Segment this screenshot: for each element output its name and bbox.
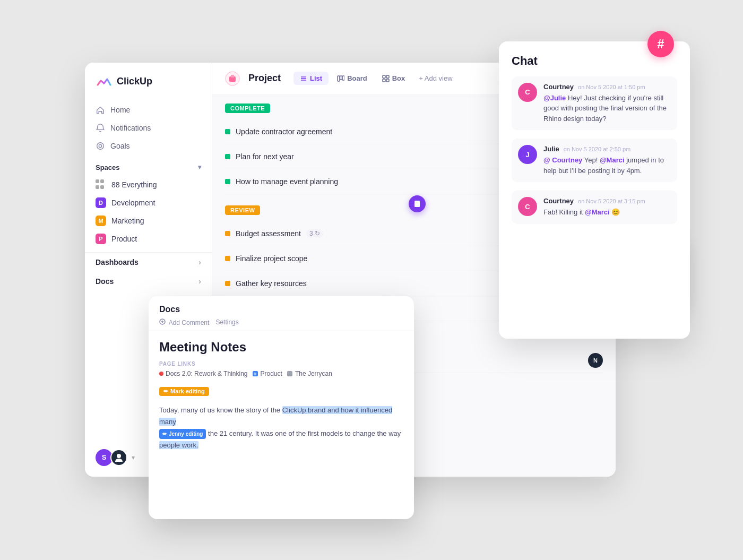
settings-link[interactable]: Settings xyxy=(215,318,238,326)
chat-mention-marci2: @Marci xyxy=(585,208,610,216)
docs-title-bar: Docs xyxy=(159,305,403,314)
task-status-dot xyxy=(225,281,230,286)
svg-text:D: D xyxy=(254,372,256,376)
badge-review: REVIEW xyxy=(225,205,260,215)
chat-mention-marci: @Marci xyxy=(600,156,625,164)
chat-hash-button[interactable]: # xyxy=(647,31,674,57)
add-comment-label: Add Comment xyxy=(169,319,210,326)
settings-label: Settings xyxy=(215,318,238,326)
task-left: Plan for next year xyxy=(225,152,294,161)
add-view-button[interactable]: + Add view xyxy=(413,72,457,85)
add-view-label: + Add view xyxy=(419,74,452,82)
svg-rect-11 xyxy=(342,76,344,80)
chat-window: # Chat C Courtney on Nov 5 2020 at 1:50 … xyxy=(499,41,690,339)
sidebar-item-goals[interactable]: Goals xyxy=(85,137,212,155)
chat-timestamp-2: on Nov 5 2020 at 2:50 pm xyxy=(564,146,631,152)
sidebar-item-development[interactable]: D Development xyxy=(85,194,212,212)
docs-text-2: the 21 century. It was one of the first … xyxy=(208,429,401,437)
chat-emoji: 😊 xyxy=(611,208,620,216)
page-link-docs[interactable]: Docs 2.0: Rework & Thinking xyxy=(159,370,248,377)
everything-icon xyxy=(96,179,106,190)
chat-message-2: J Julie on Nov 5 2020 at 2:50 pm @ Court… xyxy=(512,139,677,182)
logo-area: ClickUp xyxy=(85,73,212,101)
task-assignee-avatar: N xyxy=(588,353,603,368)
tab-list[interactable]: List xyxy=(293,72,329,85)
page-link-jerrycan[interactable]: The Jerrycan xyxy=(287,370,332,377)
product-dot: P xyxy=(96,234,106,244)
task-status-dot xyxy=(225,154,230,159)
tab-board[interactable]: Board xyxy=(331,72,374,85)
home-label: Home xyxy=(110,106,130,114)
avatar-user2[interactable] xyxy=(110,449,127,466)
page-link-label-2: Product xyxy=(261,370,282,377)
page-link-product[interactable]: D Product xyxy=(252,370,282,377)
task-left: Budget assessment 3 ↻ xyxy=(225,229,323,238)
chat-content-2: Julie on Nov 5 2020 at 2:50 pm @ Courtne… xyxy=(543,145,671,176)
goals-icon xyxy=(96,141,105,151)
task-name: Update contractor agreement xyxy=(236,127,332,136)
comment-icon xyxy=(159,318,166,325)
hash-icon: # xyxy=(657,37,664,51)
add-comment-link[interactable]: Add Comment xyxy=(159,318,209,326)
spaces-chevron-icon[interactable]: ▾ xyxy=(198,163,201,171)
tab-box-label: Box xyxy=(392,74,405,82)
task-name: How to manage event planning xyxy=(236,177,338,186)
task-left: Finalize project scope xyxy=(225,254,307,263)
chat-avatar-julie: J xyxy=(518,145,537,164)
chat-message-3: C Courtney on Nov 5 2020 at 3:15 pm Fab!… xyxy=(512,191,677,224)
project-icon xyxy=(225,71,240,86)
svg-rect-9 xyxy=(338,76,340,81)
tab-board-label: Board xyxy=(347,74,367,82)
sidebar-item-notifications[interactable]: Notifications xyxy=(85,119,212,137)
docs-text-prefix: Today, many of us know the story of the xyxy=(159,406,282,414)
docs-actions: Add Comment Settings xyxy=(159,318,403,326)
marketing-label: Marketing xyxy=(111,217,144,225)
docs-floating-button[interactable] xyxy=(409,195,426,212)
chat-text-3: Fab! Killing it @Marci 😊 xyxy=(543,207,645,218)
docs-chevron-icon: › xyxy=(198,277,201,286)
page-links-label: PAGE LINKS xyxy=(159,361,403,367)
chat-message-1: C Courtney on Nov 5 2020 at 1:50 pm @Jul… xyxy=(512,76,677,131)
svg-point-2 xyxy=(117,454,121,458)
page-links: Docs 2.0: Rework & Thinking D Product Th… xyxy=(159,370,403,377)
task-status-dot xyxy=(225,179,230,184)
tab-list-label: List xyxy=(310,74,322,82)
view-tabs: List Board Box + xyxy=(293,72,458,85)
task-name: Finalize project scope xyxy=(236,254,307,263)
bottom-avatars: S ▾ xyxy=(96,449,135,466)
task-status-dot xyxy=(225,129,230,134)
chat-fab-text: Fab! Killing it xyxy=(543,208,585,216)
task-name: Gather key resources xyxy=(236,279,307,288)
sidebar-item-dashboards[interactable]: Dashboards › xyxy=(85,253,212,272)
development-label: Development xyxy=(111,199,155,207)
task-name: Budget assessment xyxy=(236,229,301,238)
chat-meta-2: Julie on Nov 5 2020 at 2:50 pm xyxy=(543,145,671,153)
chat-mention-courtney: @ Courtney xyxy=(543,156,582,164)
sidebar-item-docs[interactable]: Docs › xyxy=(85,272,212,291)
chat-username-1: Courtney xyxy=(543,83,574,91)
svg-rect-37 xyxy=(287,371,292,376)
chat-meta-3: Courtney on Nov 5 2020 at 3:15 pm xyxy=(543,197,645,205)
spaces-label: Spaces xyxy=(96,163,120,171)
mark-editing-icon: ✏ xyxy=(163,388,168,395)
docs-label: Docs xyxy=(96,277,114,286)
chat-timestamp-1: on Nov 5 2020 at 1:50 pm xyxy=(578,84,645,90)
avatar-dropdown-icon[interactable]: ▾ xyxy=(132,454,135,461)
sidebar-item-everything[interactable]: 88 Everything xyxy=(85,176,212,194)
chat-meta-1: Courtney on Nov 5 2020 at 1:50 pm xyxy=(543,83,671,91)
tab-box[interactable]: Box xyxy=(376,72,412,85)
chat-mention-julie: @Julie xyxy=(543,94,566,102)
svg-point-1 xyxy=(99,144,101,147)
page-link-label-3: The Jerrycan xyxy=(295,370,332,377)
dashboards-chevron-icon: › xyxy=(198,258,201,266)
chat-avatar-courtney2: C xyxy=(518,197,537,216)
sidebar-item-product[interactable]: P Product xyxy=(85,230,212,248)
board-icon xyxy=(337,75,344,82)
task-status-dot xyxy=(225,256,230,261)
svg-rect-12 xyxy=(383,75,385,78)
sidebar-item-home[interactable]: Home xyxy=(85,101,212,119)
chat-avatar-courtney: C xyxy=(518,83,537,102)
everything-label: 88 Everything xyxy=(111,180,157,189)
sidebar-item-marketing[interactable]: M Marketing xyxy=(85,212,212,230)
chat-title: Chat xyxy=(512,54,677,68)
